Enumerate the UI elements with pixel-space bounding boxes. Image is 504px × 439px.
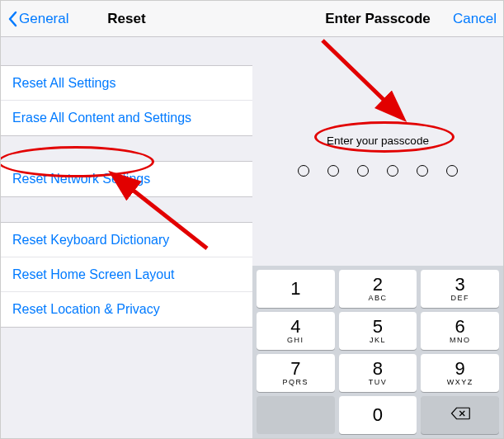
key-digit: 6 <box>455 318 465 336</box>
key-1[interactable]: 1 <box>257 270 335 308</box>
key-9[interactable]: 9 WXYZ <box>421 354 499 392</box>
key-8[interactable]: 8 TUV <box>339 354 417 392</box>
key-digit: 3 <box>455 276 465 294</box>
key-3[interactable]: 3 DEF <box>421 270 499 308</box>
key-digit: 2 <box>373 276 383 294</box>
key-digit: 4 <box>290 318 300 336</box>
passcode-dots <box>298 165 458 177</box>
passcode-dot <box>298 165 309 177</box>
key-2[interactable]: 2 ABC <box>339 270 417 308</box>
key-digit: 1 <box>290 280 300 298</box>
key-letters: MNO <box>450 336 471 344</box>
reset-all-settings[interactable]: Reset All Settings <box>1 66 252 101</box>
settings-group: Reset Network Settings <box>1 161 252 197</box>
passcode-body: Enter your passcode <box>252 37 503 266</box>
passcode-dot <box>446 165 458 177</box>
key-digit: 8 <box>373 360 383 378</box>
passcode-dot <box>327 165 339 177</box>
key-digit: 5 <box>373 318 383 336</box>
key-0[interactable]: 0 <box>339 396 417 434</box>
key-6[interactable]: 6 MNO <box>421 312 499 350</box>
key-digit: 9 <box>455 360 465 378</box>
passcode-prompt: Enter your passcode <box>327 135 429 147</box>
key-letters: ABC <box>368 294 387 302</box>
navbar-right: Enter Passcode Cancel <box>252 1 503 37</box>
reset-keyboard-dictionary[interactable]: Reset Keyboard Dictionary <box>1 223 252 257</box>
key-7[interactable]: 7 PQRS <box>257 354 335 392</box>
passcode-dot <box>387 165 398 177</box>
settings-group: Reset All Settings Erase All Content and… <box>1 65 252 136</box>
key-letters: GHI <box>287 336 304 344</box>
key-blank <box>257 396 335 434</box>
key-4[interactable]: 4 GHI <box>257 312 335 350</box>
back-button[interactable]: General <box>1 1 75 37</box>
key-letters: PQRS <box>283 378 309 386</box>
erase-all-content[interactable]: Erase All Content and Settings <box>1 101 252 135</box>
passcode-pane: Enter Passcode Cancel Enter your passcod… <box>252 1 503 438</box>
back-label: General <box>19 11 68 27</box>
key-digit: 0 <box>373 406 383 424</box>
backspace-icon <box>450 406 470 424</box>
navbar-left: General Reset <box>1 1 252 37</box>
key-letters: DEF <box>450 294 469 302</box>
numeric-keypad: 1 2 ABC 3 DEF 4 GHI 5 JKL 6 MNO 7 PQRS 8 <box>252 266 503 438</box>
key-backspace[interactable] <box>421 396 499 434</box>
passcode-dot <box>417 165 428 177</box>
key-letters: JKL <box>370 336 386 344</box>
reset-settings-pane: General Reset Reset All Settings Erase A… <box>1 1 252 438</box>
settings-group: Reset Keyboard Dictionary Reset Home Scr… <box>1 222 252 328</box>
key-5[interactable]: 5 JKL <box>339 312 417 350</box>
reset-home-screen-layout[interactable]: Reset Home Screen Layout <box>1 257 252 292</box>
cancel-button[interactable]: Cancel <box>446 1 503 37</box>
key-letters: WXYZ <box>447 378 473 386</box>
chevron-left-icon <box>7 11 17 27</box>
reset-location-privacy[interactable]: Reset Location & Privacy <box>1 292 252 327</box>
passcode-dot <box>357 165 369 177</box>
reset-network-settings[interactable]: Reset Network Settings <box>1 162 252 196</box>
key-digit: 7 <box>290 360 300 378</box>
key-letters: TUV <box>369 378 388 386</box>
